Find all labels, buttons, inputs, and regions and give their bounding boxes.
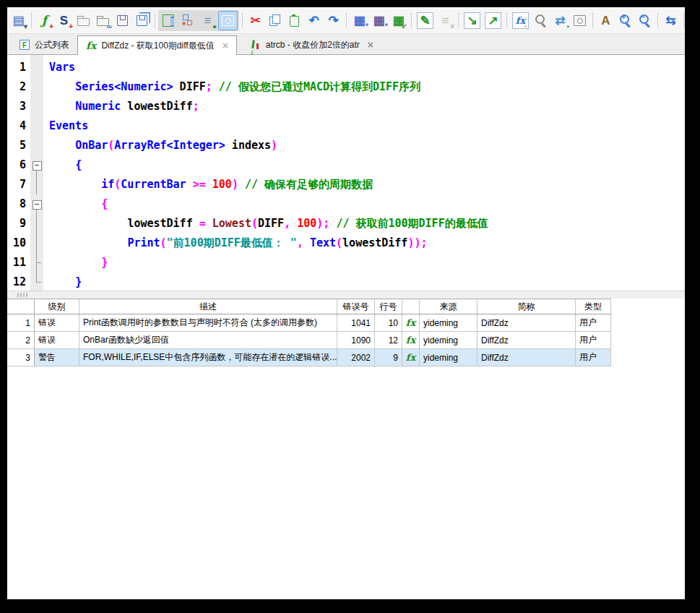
replace-icon[interactable]: ⇄▪ — [551, 12, 569, 30]
toggle-sidebar-icon[interactable] — [160, 12, 178, 30]
error-row[interactable]: 1错误Print函数调用时的参数数目与声明时不符合 (太多的调用参数)10411… — [7, 314, 611, 332]
toolbar-group: ≡● — [158, 10, 239, 31]
toolbar-separator — [155, 12, 155, 28]
goto-formula-icon[interactable]: fx→ — [512, 12, 529, 29]
import-formula-icon[interactable]: ↘ — [464, 12, 480, 29]
compile-formula-icon[interactable]: ▦* — [350, 12, 368, 30]
code-text[interactable]: if(CurrentBar >= 100) // 确保有足够的周期数据 — [43, 175, 373, 194]
code-editor[interactable]: 1Vars2 Series<Numeric> DIFF; // 假设您已通过MA… — [7, 55, 685, 291]
line-number: 4 — [7, 116, 30, 136]
error-cell-type: 用户 — [576, 349, 611, 366]
goto-formula-badge: → — [521, 22, 528, 29]
line-number: 3 — [7, 97, 30, 116]
edit-mode-icon[interactable]: ✎ — [417, 12, 433, 29]
panel-splitter[interactable] — [7, 291, 685, 299]
undo-icon[interactable]: ↶ — [305, 12, 323, 30]
formula-list-panel-icon[interactable]: ▤▾ — [9, 12, 27, 30]
fold-margin — [30, 273, 43, 291]
column-header: 简称 — [478, 299, 576, 314]
fold-collapse-icon[interactable] — [33, 161, 42, 171]
toggle-search-panel-icon[interactable] — [218, 11, 238, 30]
tab-atrcb[interactable]: atrcb - 收盘价加2倍的atr × — [243, 35, 381, 54]
line-number: 10 — [7, 233, 30, 253]
close-icon[interactable]: × — [222, 40, 228, 51]
error-cell-level: 错误 — [35, 332, 79, 348]
error-table-header: 级别描述错误号行号来源简称类型 — [7, 299, 611, 314]
find-icon[interactable] — [532, 12, 550, 30]
tab-label: 公式列表 — [35, 39, 69, 51]
column-header: 错误号 — [337, 299, 375, 314]
fold-margin — [30, 214, 43, 233]
fold-margin — [30, 233, 43, 253]
new-formula-badge: + — [49, 23, 53, 30]
toolbar-group: ↘↗ — [462, 12, 504, 29]
export-formula-icon[interactable]: ↗ — [485, 12, 501, 29]
toolbar-group: ✂↶↷ — [246, 12, 343, 30]
code-line: 1Vars — [7, 58, 685, 77]
zoom-in-icon[interactable]: + — [616, 12, 634, 30]
error-cell-type: 用户 — [576, 332, 611, 348]
toolbar-separator — [242, 12, 243, 28]
toolbar: ▤▾ƒ+S+∞≡●✂↶↷▦*▦*▦✓✎≡×↘↗fx→⇄▪A+−⇆≈fx? — [7, 7, 685, 34]
code-text[interactable]: Numeric lowestDiff; — [43, 97, 199, 116]
sync-icon[interactable]: ⇆ — [662, 12, 680, 30]
error-row[interactable]: 3警告FOR,WHILE,IF,ELSE中包含序列函数，可能存在潜在的逻辑错误.… — [7, 349, 611, 366]
line-number: 5 — [7, 136, 30, 155]
zoom-out-icon[interactable]: − — [636, 12, 654, 30]
open-formula-icon[interactable] — [74, 12, 92, 30]
redo-icon[interactable]: ↷ — [324, 12, 342, 30]
code-text[interactable]: { — [43, 155, 82, 175]
toolbar-group: ⇆ — [661, 12, 680, 30]
fold-margin — [30, 155, 43, 175]
compile-modified-icon[interactable]: ▦* — [370, 12, 388, 30]
new-strategy-icon[interactable]: S+ — [55, 12, 73, 30]
error-cell-errno: 1041 — [337, 314, 375, 331]
fold-collapse-icon[interactable] — [33, 200, 42, 210]
code-text[interactable]: OnBar(ArrayRef<Integer> indexs) — [43, 136, 277, 155]
error-cell-desc: Print函数调用时的参数数目与声明时不符合 (太多的调用参数) — [79, 314, 337, 331]
toggle-output-list-icon[interactable]: ≡● — [199, 12, 217, 30]
fold-margin — [30, 97, 43, 116]
error-cell-source: yideming — [420, 314, 478, 331]
find-in-files-icon[interactable] — [571, 12, 589, 30]
new-formula-icon[interactable]: ƒ+ — [35, 12, 53, 30]
toolbar-separator — [657, 12, 658, 28]
save-icon[interactable] — [113, 12, 131, 30]
error-cell-fx: fx — [402, 349, 420, 366]
code-text[interactable]: } — [43, 253, 108, 273]
toolbar-group: ▤▾ — [9, 12, 28, 30]
open-remote-formula-icon[interactable]: ∞ — [94, 12, 112, 30]
column-header: 类型 — [576, 299, 611, 314]
error-row[interactable]: 2错误OnBar函数缺少返回值109012fxyidemingDiffZdz用户 — [7, 332, 611, 349]
splitter-grip-icon[interactable] — [17, 293, 29, 297]
tab-label: DiffZdz - 获取100期diff最低值 — [101, 40, 214, 52]
formula-list-panel-badge: ▾ — [24, 23, 27, 30]
toggle-tree-view-icon[interactable] — [179, 12, 197, 30]
tab-diffzdz[interactable]: fx DiffZdz - 获取100期diff最低值 × — [77, 35, 237, 55]
paste-icon[interactable] — [285, 12, 303, 30]
close-icon[interactable]: × — [368, 39, 373, 51]
copy-icon[interactable] — [266, 12, 284, 30]
toolbar-group: ▦*▦*▦✓ — [350, 12, 408, 30]
clear-output-icon[interactable]: ≡× — [436, 12, 454, 30]
cut-icon[interactable]: ✂ — [246, 12, 264, 30]
code-text[interactable]: Events — [43, 116, 88, 136]
save-all-icon[interactable] — [133, 12, 151, 30]
tab-bar: F 公式列表 fx DiffZdz - 获取100期diff最低值 × atrc… — [7, 34, 685, 55]
code-text[interactable]: Vars — [43, 58, 75, 77]
code-text[interactable]: lowestDiff = Lowest(DIFF, 100); // 获取前10… — [43, 214, 488, 233]
code-text[interactable]: Series<Numeric> DIFF; // 假设您已通过MACD计算得到D… — [43, 77, 420, 97]
font-settings-icon[interactable]: A — [597, 12, 615, 30]
toolbar-separator — [411, 12, 412, 28]
code-text[interactable]: } — [43, 273, 82, 291]
code-text[interactable]: { — [43, 194, 108, 214]
error-cell-errno: 2002 — [337, 349, 375, 366]
fold-margin — [30, 175, 43, 194]
error-cell-line: 9 — [375, 349, 402, 366]
code-text[interactable]: Print("前100期DIFF最低值： ", Text(lowestDiff)… — [43, 233, 428, 253]
compile-modified-badge: * — [385, 23, 388, 30]
toolbar-separator — [31, 12, 32, 28]
compile-all-icon[interactable]: ▦✓ — [389, 12, 407, 30]
tab-formula-list[interactable]: F 公式列表 — [12, 35, 77, 54]
fold-margin — [30, 77, 43, 97]
